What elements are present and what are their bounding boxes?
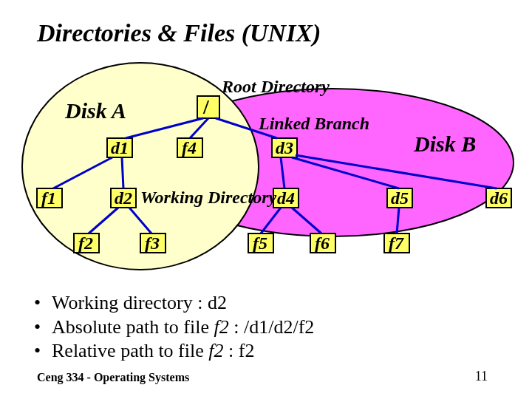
bullet-2-text-a: Absolute path to file [52, 316, 214, 338]
footer-page-number: 11 [475, 369, 488, 384]
node-d1-text: d1 [111, 139, 129, 157]
node-f5-text: f5 [253, 234, 267, 252]
node-f1-text: f1 [41, 189, 56, 207]
disk-b-label: Disk B [414, 133, 476, 155]
node-d3-text: d3 [276, 139, 293, 157]
node-f2-text: f2 [78, 234, 93, 252]
root-directory-label: Root Directory [222, 78, 330, 95]
node-d2-text: d2 [115, 189, 132, 207]
node-f7-text: f7 [389, 234, 403, 252]
node-f4-text: f4 [182, 139, 197, 157]
linked-branch-label: Linked Branch [259, 115, 369, 132]
bullet-3-text-b: : f2 [224, 340, 255, 361]
node-root-text: / [203, 97, 209, 117]
bullet-3-file: f2 [208, 340, 223, 361]
node-d4-text: d4 [277, 189, 295, 207]
node-f3-text: f3 [145, 234, 160, 252]
bullet-1-text-a: Working directory : [52, 292, 208, 313]
bullet-3: •Relative path to file f2 : f2 [34, 339, 314, 364]
node-d6-text: d6 [490, 189, 508, 207]
bullet-2-file: f2 [214, 316, 229, 338]
bullet-1-value: d2 [208, 292, 227, 313]
bullet-list: •Working directory : d2 •Absolute path t… [34, 291, 314, 364]
node-f6-text: f6 [315, 234, 330, 252]
node-d5-text: d5 [391, 189, 409, 207]
bullet-2: •Absolute path to file f2 : /d1/d2/f2 [34, 316, 314, 340]
svg-line-4 [122, 157, 123, 188]
working-directory-label: Working Directory [140, 188, 276, 206]
bullet-1: •Working directory : d2 [34, 291, 314, 316]
disk-a-label: Disk A [65, 100, 126, 122]
footer-left: Ceng 334 - Operating Systems [37, 371, 189, 384]
bullet-3-text-a: Relative path to file [52, 340, 208, 361]
slide-title: Directories & Files (UNIX) [37, 19, 321, 47]
bullet-2-text-b: : /d1/d2/f2 [229, 316, 315, 338]
